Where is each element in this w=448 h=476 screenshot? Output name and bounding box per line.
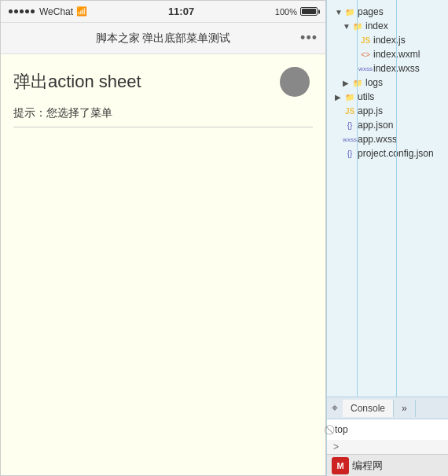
- wifi-icon: 📶: [76, 6, 87, 17]
- console-tabs: ⌖ Console »: [327, 397, 448, 419]
- tree-item-app-js[interactable]: ▶ JS app.js: [327, 104, 448, 118]
- item-label: index.js: [373, 35, 406, 46]
- battery-fill: [302, 9, 316, 14]
- tree-item-logs[interactable]: ▶ 📁 logs: [327, 76, 448, 90]
- console-arrow-row: >: [327, 440, 448, 454]
- guide-line-2: [396, 0, 397, 397]
- console-tab-label: Console: [351, 403, 385, 414]
- console-input-row: ⃠ top: [327, 419, 448, 440]
- phone-panel: WeChat 📶 11:07 100% 脚本之家 弹出底部菜单测试 ••• 弹出…: [0, 0, 326, 476]
- console-tab[interactable]: Console: [343, 400, 394, 417]
- brand-name: 编程网: [352, 459, 383, 473]
- wxss-file-icon: wxss: [344, 134, 355, 145]
- arrow-icon: ▶: [335, 93, 343, 101]
- js-file-icon: JS: [344, 105, 355, 116]
- tree-item-index-js[interactable]: ▶ JS index.js: [327, 33, 448, 47]
- dot-5: [31, 9, 35, 13]
- brand-logo-text: M: [336, 461, 343, 470]
- status-left: WeChat 📶: [9, 6, 87, 17]
- more-tab[interactable]: »: [394, 400, 416, 417]
- action-title: 弹出action sheet: [13, 70, 141, 94]
- tree-item-index[interactable]: ▼ 📁 index: [327, 19, 448, 33]
- tree-item-app-json[interactable]: ▶ {} app.json: [327, 118, 448, 132]
- more-tab-label: »: [402, 403, 407, 414]
- nav-more-button[interactable]: •••: [300, 30, 318, 46]
- guide-line-1: [357, 0, 358, 397]
- tree-item-project-json[interactable]: ▶ {} project.config.json: [327, 146, 448, 161]
- tree-item-index-wxml[interactable]: ▶ <> index.wxml: [327, 47, 448, 61]
- console-area: ⌖ Console » ⃠ top >: [327, 397, 448, 454]
- folder-icon: 📁: [344, 6, 355, 17]
- phone-content: 弹出action sheet 提示：您选择了菜单: [1, 54, 325, 475]
- signal-dots: [9, 9, 35, 13]
- arrow-icon: ▼: [343, 22, 351, 31]
- battery-icon: [300, 7, 318, 16]
- item-label: logs: [365, 77, 383, 88]
- console-input-value[interactable]: top: [335, 424, 348, 435]
- tree-item-app-wxss[interactable]: ▶ wxss app.wxss: [327, 132, 448, 146]
- tree-item-utils[interactable]: ▶ 📁 utils: [327, 90, 448, 104]
- json-file-icon: {}: [344, 120, 355, 131]
- battery-tip: [318, 9, 320, 13]
- hint-text: 提示：您选择了菜单: [13, 106, 313, 127]
- dot-2: [14, 9, 18, 13]
- battery-pct: 100%: [275, 7, 297, 17]
- nav-title: 脚本之家 弹出底部菜单测试: [96, 31, 231, 46]
- file-tree-section: ▼ 📁 pages ▼ 📁 index ▶ JS index.js ▶ <> i…: [327, 0, 448, 397]
- brand-bar: M 编程网: [327, 454, 448, 476]
- item-label: utils: [358, 91, 374, 102]
- battery-area: 100%: [275, 7, 318, 17]
- file-tree: ▼ 📁 pages ▼ 📁 index ▶ JS index.js ▶ <> i…: [327, 0, 448, 165]
- folder-icon: 📁: [352, 20, 363, 31]
- arrow-icon: ▶: [343, 79, 351, 87]
- folder-icon: 📁: [344, 91, 355, 102]
- item-label: app.json: [358, 120, 393, 131]
- status-bar: WeChat 📶 11:07 100%: [1, 1, 325, 23]
- cursor-icon: ⌖: [327, 401, 343, 415]
- arrow-icon: ▼: [335, 8, 343, 17]
- folder-icon: 📁: [352, 77, 363, 88]
- item-label: pages: [358, 6, 384, 17]
- dot-1: [9, 9, 13, 13]
- tree-item-pages[interactable]: ▼ 📁 pages: [327, 5, 448, 19]
- dot-3: [20, 9, 24, 13]
- dot-4: [25, 9, 29, 13]
- brand-logo: M: [332, 457, 349, 474]
- right-panel: ▼ 📁 pages ▼ 📁 index ▶ JS index.js ▶ <> i…: [326, 0, 448, 476]
- item-label: app.wxss: [358, 134, 397, 145]
- js-file-icon: JS: [360, 35, 371, 46]
- app-name-label: WeChat: [39, 6, 73, 17]
- nav-bar: 脚本之家 弹出底部菜单测试 •••: [1, 23, 325, 54]
- wxss-file-icon: wxss: [360, 63, 371, 74]
- action-btn-row: 弹出action sheet: [13, 67, 313, 97]
- tree-item-index-wxss[interactable]: ▶ wxss index.wxss: [327, 61, 448, 76]
- clock: 11:07: [168, 6, 194, 17]
- console-arrow: >: [333, 441, 339, 452]
- item-label: app.js: [358, 105, 383, 116]
- item-label: index: [365, 20, 388, 31]
- json-file-icon: {}: [344, 148, 355, 159]
- xml-file-icon: <>: [360, 49, 371, 60]
- circle-button[interactable]: [280, 67, 310, 97]
